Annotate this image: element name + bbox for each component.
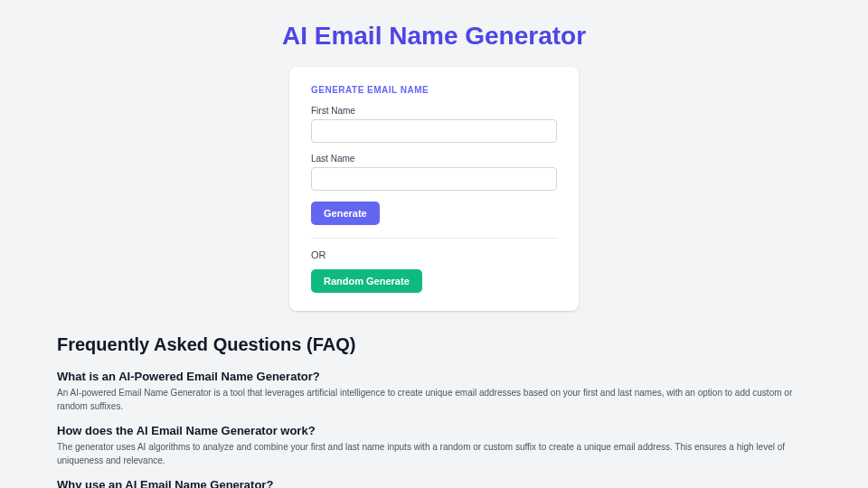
page-title: AI Email Name Generator (18, 22, 850, 51)
faq-answer: The generator uses AI algorithms to anal… (57, 440, 811, 467)
faq-title: Frequently Asked Questions (FAQ) (57, 334, 811, 355)
card-header: GENERATE EMAIL NAME (311, 85, 557, 95)
or-separator: OR (311, 249, 557, 260)
last-name-input[interactable] (311, 167, 557, 191)
last-name-label: Last Name (311, 154, 557, 164)
faq-question: How does the AI Email Name Generator wor… (57, 424, 811, 437)
faq-section: Frequently Asked Questions (FAQ) What is… (50, 334, 818, 488)
faq-question: What is an AI-Powered Email Name Generat… (57, 370, 811, 383)
generate-button[interactable]: Generate (311, 202, 380, 225)
first-name-label: First Name (311, 106, 557, 116)
faq-item: What is an AI-Powered Email Name Generat… (57, 370, 811, 413)
faq-item: Why use an AI Email Name Generator?Using… (57, 478, 811, 488)
faq-item: How does the AI Email Name Generator wor… (57, 424, 811, 467)
faq-answer: An AI-powered Email Name Generator is a … (57, 386, 811, 413)
first-name-input[interactable] (311, 119, 557, 143)
faq-question: Why use an AI Email Name Generator? (57, 478, 811, 488)
random-generate-button[interactable]: Random Generate (311, 269, 422, 293)
generator-card: GENERATE EMAIL NAME First Name Last Name… (289, 67, 579, 311)
